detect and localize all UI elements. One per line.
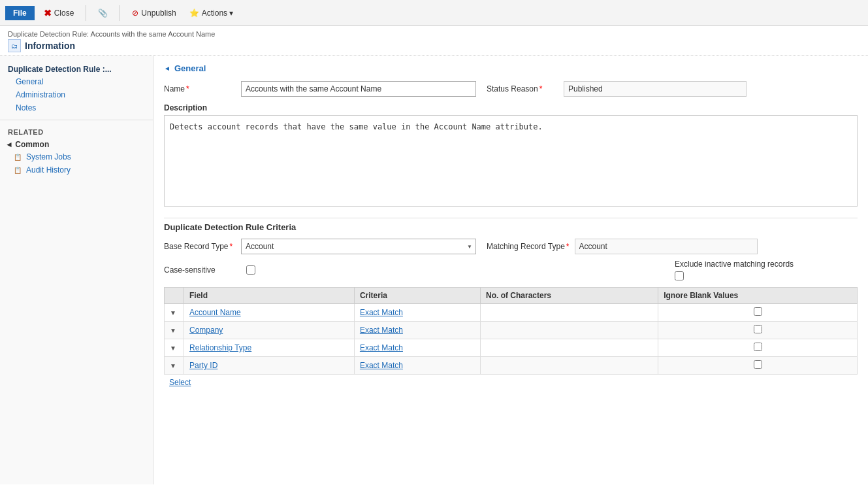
- audit-history-icon: 📋: [13, 165, 22, 175]
- criteria-link[interactable]: Exact Match: [360, 343, 403, 352]
- close-label: Close: [54, 8, 74, 18]
- sidebar-item-general[interactable]: General: [0, 75, 153, 88]
- row-chars: [481, 339, 658, 357]
- page-title: Information: [25, 41, 75, 51]
- table-row: ▼ Party ID Exact Match: [165, 357, 858, 375]
- select-row: Select: [164, 375, 858, 390]
- content-area: ◄ General Name* Status Reason* Descripti…: [153, 56, 868, 484]
- toolbar: File ✖ Close 📎 ⊘ Unpublish ⭐ Actions ▾: [0, 0, 868, 26]
- ignore-blank-checkbox[interactable]: [754, 325, 762, 333]
- attach-icon: 📎: [98, 8, 108, 18]
- exclude-inactive-group: Exclude inactive matching records: [675, 260, 858, 280]
- attach-button[interactable]: 📎: [94, 7, 112, 19]
- row-criteria: Exact Match: [354, 322, 480, 339]
- matching-record-label: Matching Record Type*: [487, 242, 570, 251]
- base-record-label: Base Record Type*: [164, 242, 236, 251]
- general-section-title: General: [174, 63, 206, 73]
- sidebar-item-audit-history[interactable]: 📋 Audit History: [0, 163, 153, 177]
- main-layout: Duplicate Detection Rule :... General Ad…: [0, 56, 868, 484]
- close-icon: ✖: [44, 8, 52, 18]
- row-ignore-blank: [658, 322, 858, 339]
- actions-icon: ⭐: [189, 8, 199, 18]
- unpublish-button[interactable]: ⊘ Unpublish: [128, 7, 180, 19]
- criteria-link[interactable]: Exact Match: [360, 361, 403, 370]
- title-area: Duplicate Detection Rule: Accounts with …: [0, 26, 868, 56]
- name-status-row: Name* Status Reason*: [164, 81, 858, 97]
- sidebar-section-title: Duplicate Detection Rule :...: [0, 62, 153, 75]
- options-row: Case-sensitive Exclude inactive matching…: [164, 260, 858, 280]
- separator-2: [120, 5, 120, 21]
- collapse-general-icon[interactable]: ◄: [164, 65, 170, 72]
- breadcrumb: Duplicate Detection Rule: Accounts with …: [8, 30, 860, 38]
- matching-record-input: [575, 239, 758, 254]
- ignore-blank-checkbox[interactable]: [754, 307, 762, 316]
- name-field-group: Name*: [164, 81, 476, 97]
- sidebar-item-administration[interactable]: Administration: [0, 88, 153, 101]
- field-link[interactable]: Account Name: [189, 308, 241, 317]
- sidebar-divider: [0, 120, 153, 120]
- row-chevron[interactable]: ▼: [165, 304, 184, 322]
- field-link[interactable]: Party ID: [189, 361, 217, 370]
- sidebar: Duplicate Detection Rule :... General Ad…: [0, 56, 153, 484]
- unpublish-label: Unpublish: [141, 8, 176, 18]
- common-title: ◄ Common: [0, 137, 153, 150]
- col-expand: [165, 288, 184, 304]
- base-record-select-wrapper: Account: [241, 239, 476, 254]
- name-input[interactable]: [241, 81, 476, 97]
- col-ignore-blank: Ignore Blank Values: [658, 288, 858, 304]
- table-row: ▼ Relationship Type Exact Match: [165, 339, 858, 357]
- field-link[interactable]: Company: [189, 326, 223, 335]
- ignore-blank-checkbox[interactable]: [754, 360, 762, 369]
- col-chars: No. of Characters: [481, 288, 658, 304]
- case-sensitive-label: Case-sensitive: [164, 265, 236, 275]
- row-chevron[interactable]: ▼: [165, 322, 184, 339]
- status-required: *: [539, 84, 543, 93]
- criteria-table: Field Criteria No. of Characters Ignore …: [164, 287, 858, 375]
- description-label: Description: [164, 103, 858, 112]
- row-chevron[interactable]: ▼: [165, 339, 184, 357]
- unpublish-icon: ⊘: [132, 8, 138, 18]
- separator-1: [86, 5, 86, 21]
- file-button[interactable]: File: [5, 6, 35, 20]
- select-link[interactable]: Select: [169, 378, 191, 387]
- status-reason-input: [564, 81, 747, 97]
- table-row: ▼ Company Exact Match: [165, 322, 858, 339]
- sidebar-item-system-jobs[interactable]: 📋 System Jobs: [0, 150, 153, 163]
- base-record-select[interactable]: Account: [241, 239, 476, 254]
- exclude-inactive-checkbox[interactable]: [675, 271, 684, 280]
- row-field: Account Name: [184, 304, 355, 322]
- table-row: ▼ Account Name Exact Match: [165, 304, 858, 322]
- criteria-table-header-row: Field Criteria No. of Characters Ignore …: [165, 288, 858, 304]
- page-icon: 🗂: [8, 39, 21, 52]
- actions-button[interactable]: ⭐ Actions ▾: [185, 7, 238, 19]
- record-type-row: Base Record Type* Account Matching Recor…: [164, 239, 858, 254]
- col-field: Field: [184, 288, 355, 304]
- row-criteria: Exact Match: [354, 304, 480, 322]
- row-ignore-blank: [658, 357, 858, 375]
- sidebar-item-notes[interactable]: Notes: [0, 101, 153, 114]
- matching-record-group: Matching Record Type*: [487, 239, 758, 254]
- case-sensitive-checkbox[interactable]: [246, 265, 255, 275]
- audit-history-label: Audit History: [26, 165, 71, 175]
- system-jobs-icon: 📋: [13, 152, 22, 161]
- status-field-group: Status Reason*: [487, 81, 747, 97]
- row-ignore-blank: [658, 339, 858, 357]
- row-chars: [481, 322, 658, 339]
- field-link[interactable]: Relationship Type: [189, 343, 251, 352]
- row-chevron[interactable]: ▼: [165, 357, 184, 375]
- name-required: *: [186, 84, 189, 93]
- row-ignore-blank: [658, 304, 858, 322]
- row-criteria: Exact Match: [354, 357, 480, 375]
- exclude-inactive-label: Exclude inactive matching records: [675, 260, 858, 269]
- criteria-link[interactable]: Exact Match: [360, 326, 403, 335]
- related-title: Related: [0, 126, 153, 137]
- status-reason-label: Status Reason*: [487, 84, 558, 93]
- row-chars: [481, 304, 658, 322]
- description-textarea[interactable]: Detects account records that have the sa…: [164, 115, 858, 207]
- system-jobs-label: System Jobs: [26, 152, 71, 161]
- col-criteria: Criteria: [354, 288, 480, 304]
- ignore-blank-checkbox[interactable]: [754, 343, 762, 351]
- criteria-link[interactable]: Exact Match: [360, 308, 403, 317]
- row-field: Party ID: [184, 357, 355, 375]
- close-button[interactable]: ✖ Close: [40, 7, 78, 20]
